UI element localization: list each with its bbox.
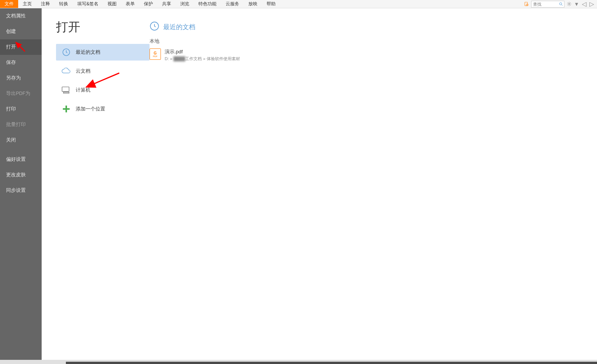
menu-4[interactable]: 填写&签名 bbox=[73, 0, 103, 8]
svg-point-4 bbox=[568, 3, 569, 5]
chevron-down-small-icon[interactable]: ▾ bbox=[574, 1, 580, 7]
file-sidebar: 文档属性创建打开保存另存为导出PDF为打印批量打印关闭偏好设置更改皮肤同步设置 bbox=[0, 8, 42, 360]
clock-icon bbox=[61, 47, 71, 57]
recent-docs-header: 最近的文档 bbox=[150, 21, 597, 33]
menu-9[interactable]: 浏览 bbox=[176, 0, 194, 8]
sidebar-skin[interactable]: 更改皮肤 bbox=[0, 167, 42, 183]
menu-5[interactable]: 视图 bbox=[103, 0, 121, 8]
sidebar-print[interactable]: 打印 bbox=[0, 101, 42, 117]
recent-file-row[interactable]: GPDF演示.pdfD: » ████工作文档 » 体验软件使用素材 bbox=[150, 47, 597, 63]
nav-forward-icon[interactable]: ▷ bbox=[589, 1, 595, 7]
search-page-icon[interactable] bbox=[524, 1, 530, 7]
sidebar-open[interactable]: 打开 bbox=[0, 39, 42, 55]
clock-icon bbox=[150, 21, 159, 33]
menu-12[interactable]: 放映 bbox=[244, 0, 262, 8]
menubar-right: ▾ ◁ ▷ bbox=[524, 0, 597, 8]
svg-line-3 bbox=[562, 5, 563, 6]
location-clock[interactable]: 最近的文档 bbox=[56, 44, 150, 61]
sidebar-create[interactable]: 创建 bbox=[0, 24, 42, 39]
search-input[interactable] bbox=[532, 2, 558, 6]
menu-8[interactable]: 共享 bbox=[157, 0, 176, 8]
local-label: 本地 bbox=[150, 38, 597, 45]
cloud-icon bbox=[61, 66, 71, 76]
nav-back-icon[interactable]: ◁ bbox=[581, 1, 587, 7]
sidebar-sync-settings[interactable]: 同步设置 bbox=[0, 183, 42, 198]
sidebar-batch-print[interactable]: 批量打印 bbox=[0, 117, 42, 132]
menu-6[interactable]: 表单 bbox=[121, 0, 139, 8]
main-panel: 打开 最近的文档云文档计算机添加一个位置 最近的文档 本地 GPDF演示.pdf… bbox=[42, 8, 597, 360]
menu-10[interactable]: 特色功能 bbox=[194, 0, 221, 8]
svg-rect-6 bbox=[62, 87, 69, 92]
menu-13[interactable]: 帮助 bbox=[262, 0, 280, 8]
plus-icon bbox=[61, 104, 71, 114]
menubar: 文件主页注释转换填写&签名视图表单保护共享浏览特色功能云服务放映帮助 ▾ ◁ ▷ bbox=[0, 0, 597, 8]
file-info: 演示.pdfD: » ████工作文档 » 体验软件使用素材 bbox=[165, 48, 240, 62]
svg-point-2 bbox=[560, 3, 562, 5]
location-label: 最近的文档 bbox=[76, 49, 100, 56]
open-title: 打开 bbox=[56, 19, 150, 36]
bottom-bar-dark bbox=[66, 362, 597, 364]
computer-icon bbox=[61, 85, 71, 95]
file-name: 演示.pdf bbox=[165, 48, 240, 55]
menu-3[interactable]: 转换 bbox=[55, 0, 73, 8]
recent-docs-title: 最近的文档 bbox=[163, 23, 195, 31]
open-locations-panel: 打开 最近的文档云文档计算机添加一个位置 bbox=[42, 8, 150, 360]
search-box[interactable] bbox=[531, 1, 564, 8]
menu-7[interactable]: 保护 bbox=[139, 0, 157, 8]
sidebar-doc-properties[interactable]: 文档属性 bbox=[0, 8, 42, 24]
gear-icon[interactable] bbox=[566, 1, 572, 7]
svg-rect-9 bbox=[63, 108, 70, 110]
sidebar-export-pdf[interactable]: 导出PDF为 bbox=[0, 86, 42, 101]
sidebar-save[interactable]: 保存 bbox=[0, 55, 42, 70]
sidebar-preferences[interactable]: 偏好设置 bbox=[0, 152, 42, 167]
search-icon[interactable] bbox=[558, 1, 564, 7]
sidebar-save-as[interactable]: 另存为 bbox=[0, 70, 42, 86]
location-label: 云文档 bbox=[76, 68, 90, 75]
file-path: D: » ████工作文档 » 体验软件使用素材 bbox=[165, 56, 240, 62]
location-plus[interactable]: 添加一个位置 bbox=[56, 101, 150, 117]
location-cloud[interactable]: 云文档 bbox=[56, 63, 150, 79]
svg-rect-7 bbox=[64, 92, 69, 93]
menu-0[interactable]: 文件 bbox=[0, 0, 18, 8]
location-computer[interactable]: 计算机 bbox=[56, 82, 150, 98]
menu-11[interactable]: 云服务 bbox=[221, 0, 244, 8]
pdf-file-icon: GPDF bbox=[150, 48, 161, 60]
sidebar-close[interactable]: 关闭 bbox=[0, 132, 42, 148]
menu-2[interactable]: 注释 bbox=[36, 0, 55, 8]
location-label: 添加一个位置 bbox=[76, 106, 105, 112]
recent-docs-panel: 最近的文档 本地 GPDF演示.pdfD: » ████工作文档 » 体验软件使… bbox=[150, 8, 597, 360]
menu-1[interactable]: 主页 bbox=[18, 0, 36, 8]
location-label: 计算机 bbox=[76, 87, 90, 93]
